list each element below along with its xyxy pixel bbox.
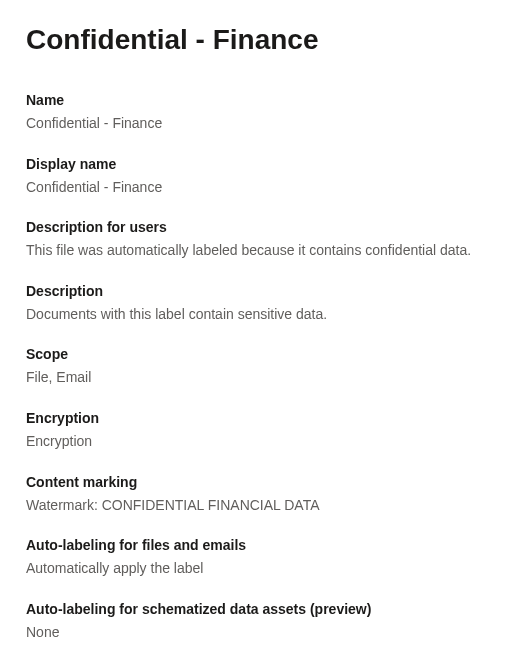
field-scope-value: File, Email bbox=[26, 368, 503, 388]
field-description-label: Description bbox=[26, 283, 503, 299]
field-content-marking-label: Content marking bbox=[26, 474, 503, 490]
field-content-marking: Content marking Watermark: CONFIDENTIAL … bbox=[26, 474, 503, 516]
field-description-users-value: This file was automatically labeled beca… bbox=[26, 241, 503, 261]
field-auto-labeling-files: Auto-labeling for files and emails Autom… bbox=[26, 537, 503, 579]
field-name: Name Confidential - Finance bbox=[26, 92, 503, 134]
field-content-marking-value: Watermark: CONFIDENTIAL FINANCIAL DATA bbox=[26, 496, 503, 516]
field-scope-label: Scope bbox=[26, 346, 503, 362]
field-encryption-label: Encryption bbox=[26, 410, 503, 426]
field-display-name-value: Confidential - Finance bbox=[26, 178, 503, 198]
field-name-label: Name bbox=[26, 92, 503, 108]
field-description: Description Documents with this label co… bbox=[26, 283, 503, 325]
field-auto-labeling-schematized-value: None bbox=[26, 623, 503, 643]
field-auto-labeling-schematized: Auto-labeling for schematized data asset… bbox=[26, 601, 503, 643]
field-description-value: Documents with this label contain sensit… bbox=[26, 305, 503, 325]
field-description-users-label: Description for users bbox=[26, 219, 503, 235]
field-display-name: Display name Confidential - Finance bbox=[26, 156, 503, 198]
field-name-value: Confidential - Finance bbox=[26, 114, 503, 134]
field-encryption: Encryption Encryption bbox=[26, 410, 503, 452]
field-auto-labeling-schematized-label: Auto-labeling for schematized data asset… bbox=[26, 601, 503, 617]
page-title: Confidential - Finance bbox=[26, 24, 503, 56]
field-scope: Scope File, Email bbox=[26, 346, 503, 388]
field-auto-labeling-files-value: Automatically apply the label bbox=[26, 559, 503, 579]
field-encryption-value: Encryption bbox=[26, 432, 503, 452]
field-display-name-label: Display name bbox=[26, 156, 503, 172]
field-auto-labeling-files-label: Auto-labeling for files and emails bbox=[26, 537, 503, 553]
field-description-users: Description for users This file was auto… bbox=[26, 219, 503, 261]
